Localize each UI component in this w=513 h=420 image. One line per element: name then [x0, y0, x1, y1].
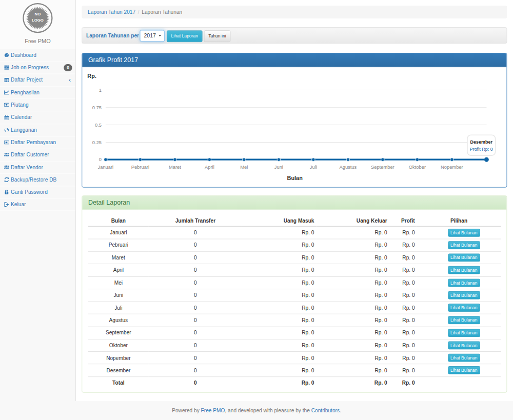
svg-text:0.25: 0.25 [92, 140, 102, 145]
svg-text:September: September [371, 165, 394, 170]
svg-text:0: 0 [99, 157, 102, 162]
svg-text:Pebruari: Pebruari [131, 165, 149, 170]
svg-text:April: April [205, 165, 214, 170]
svg-text:Maret: Maret [169, 165, 181, 170]
svg-text:Juni: Juni [274, 165, 283, 170]
svg-text:0.5: 0.5 [95, 123, 102, 128]
svg-text:Januari: Januari [98, 165, 114, 170]
svg-text:Oktober: Oktober [409, 165, 426, 170]
svg-text:0.75: 0.75 [92, 105, 102, 110]
svg-text:Mei: Mei [240, 165, 248, 170]
svg-text:Agustus: Agustus [339, 165, 357, 170]
svg-text:1: 1 [99, 88, 102, 93]
svg-text:Nopember: Nopember [441, 165, 463, 170]
svg-text:Bulan: Bulan [287, 175, 303, 181]
svg-text:Juli: Juli [310, 165, 317, 170]
